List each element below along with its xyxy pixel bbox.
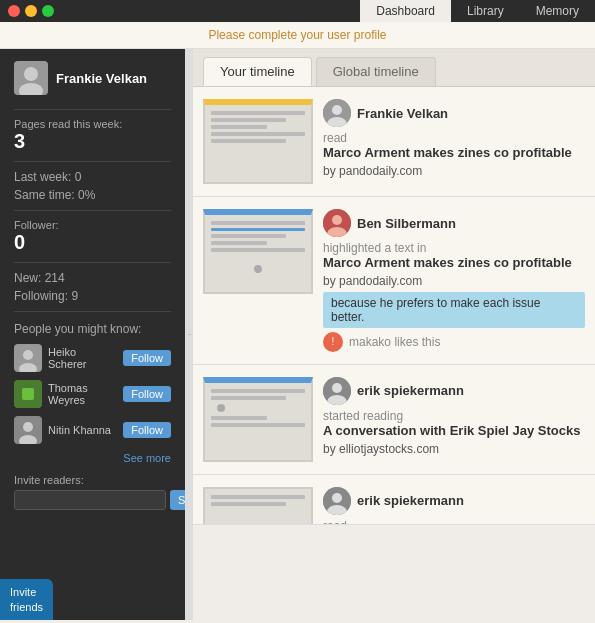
feed-action: highlighted a text in <box>323 241 585 255</box>
svg-rect-7 <box>22 388 34 400</box>
person-avatar-nitin <box>14 416 42 444</box>
person-avatar-thomas <box>14 380 42 408</box>
feed-avatar <box>323 209 351 237</box>
last-week: Last week: 0 <box>14 170 171 184</box>
feed-thumbnail <box>203 99 313 184</box>
maximize-button[interactable] <box>42 5 54 17</box>
feed-title[interactable]: Marco Arment makes zines co profitable <box>323 145 585 162</box>
follow-thomas-button[interactable]: Follow <box>123 386 171 402</box>
feed-body: Ben Silbermann highlighted a text in Mar… <box>323 209 585 352</box>
feed-avatar <box>323 99 351 127</box>
follower-value: 0 <box>14 231 171 254</box>
follow-nitin-button[interactable]: Follow <box>123 422 171 438</box>
feed-username: Frankie Velkan <box>357 106 448 121</box>
minimize-button[interactable] <box>25 5 37 17</box>
tab-dashboard[interactable]: Dashboard <box>360 0 451 22</box>
feed-thumbnail <box>203 377 313 462</box>
see-more-link[interactable]: See more <box>14 452 171 464</box>
person-avatar-heiko <box>14 344 42 372</box>
person-row: Thomas Weyres Follow <box>14 380 171 408</box>
user-avatar <box>14 61 48 95</box>
user-name: Frankie Velkan <box>56 71 147 86</box>
svg-point-18 <box>332 383 342 393</box>
invite-search-button[interactable]: Search <box>170 490 185 510</box>
promo-bar[interactable]: Please complete your user profile <box>0 22 595 49</box>
feed-body: erik spiekermann started reading A conve… <box>323 377 585 462</box>
feed-body: Frankie Velkan read Marco Arment makes z… <box>323 99 585 184</box>
feed-source: by elliotjaystocks.com <box>323 442 585 456</box>
user-header: Frankie Velkan <box>14 61 171 95</box>
feed-action: read <box>323 131 585 145</box>
content-area: Your timeline Global timeline <box>193 49 595 620</box>
nav-tabs: Dashboard Library Memory <box>360 0 595 22</box>
feed-item: Ben Silbermann highlighted a text in Mar… <box>193 197 595 365</box>
invite-input[interactable] <box>14 490 166 510</box>
feed-avatar <box>323 377 351 405</box>
like-icon: ! <box>323 332 343 352</box>
svg-point-4 <box>23 350 33 360</box>
highlight-text: because he prefers to make each issue be… <box>323 292 585 328</box>
sidebar: Frankie Velkan Pages read this week: 3 L… <box>0 49 185 620</box>
feed-avatar <box>323 487 351 515</box>
close-button[interactable] <box>8 5 20 17</box>
feed-source: by pandodaily.com <box>323 164 585 178</box>
resize-handle[interactable]: ··· <box>185 49 193 620</box>
svg-point-1 <box>24 67 38 81</box>
feed-thumbnail <box>203 487 313 525</box>
feed-action: started reading <box>323 409 585 423</box>
people-section-title: People you might know: <box>14 322 171 336</box>
feed-item: erik spiekermann started reading A conve… <box>193 365 595 475</box>
person-name-nitin: Nitin Khanna <box>48 424 117 436</box>
invite-friends-button[interactable]: Invitefriends <box>0 579 53 620</box>
feed-thumbnail <box>203 209 313 294</box>
feed-username: Ben Silbermann <box>357 216 456 231</box>
person-name-thomas: Thomas Weyres <box>48 382 117 406</box>
follow-heiko-button[interactable]: Follow <box>123 350 171 366</box>
svg-point-21 <box>332 493 342 503</box>
feed-action: read <box>323 519 585 525</box>
window-controls <box>8 5 54 17</box>
pages-value: 3 <box>14 130 171 153</box>
pages-label: Pages read this week: <box>14 118 171 130</box>
svg-point-12 <box>332 105 342 115</box>
feed-username: erik spiekermann <box>357 383 464 398</box>
tab-memory[interactable]: Memory <box>520 0 595 22</box>
person-row: Nitin Khanna Follow <box>14 416 171 444</box>
tab-global-timeline[interactable]: Global timeline <box>316 57 436 86</box>
invite-section: Invite readers: Search <box>14 474 171 510</box>
same-time: Same time: 0% <box>14 188 171 202</box>
timeline-tabs: Your timeline Global timeline <box>193 49 595 87</box>
feed-title[interactable]: Marco Arment makes zines co profitable <box>323 255 585 272</box>
tab-your-timeline[interactable]: Your timeline <box>203 57 312 86</box>
feed-item: erik spiekermann read <box>193 475 595 525</box>
svg-point-9 <box>23 422 33 432</box>
like-text: makako likes this <box>349 335 440 349</box>
feed-source: by pandodaily.com <box>323 274 585 288</box>
following-stat: Following: 9 <box>14 289 171 303</box>
new-stat: New: 214 <box>14 271 171 285</box>
person-name-heiko: Heiko Scherer <box>48 346 117 370</box>
person-row: Heiko Scherer Follow <box>14 344 171 372</box>
feed-username: erik spiekermann <box>357 493 464 508</box>
feed-title[interactable]: A conversation with Erik Spiel Jay Stock… <box>323 423 585 440</box>
tab-library[interactable]: Library <box>451 0 520 22</box>
invite-label: Invite readers: <box>14 474 171 486</box>
likes-row: ! makako likes this <box>323 332 585 352</box>
top-bar: Dashboard Library Memory <box>0 0 595 22</box>
feed-body: erik spiekermann read <box>323 487 585 512</box>
svg-point-15 <box>332 215 342 225</box>
feed-item: Frankie Velkan read Marco Arment makes z… <box>193 87 595 197</box>
main-layout: Frankie Velkan Pages read this week: 3 L… <box>0 49 595 620</box>
promo-text: Please complete your user profile <box>208 28 386 42</box>
follower-label: Follower: <box>14 219 171 231</box>
